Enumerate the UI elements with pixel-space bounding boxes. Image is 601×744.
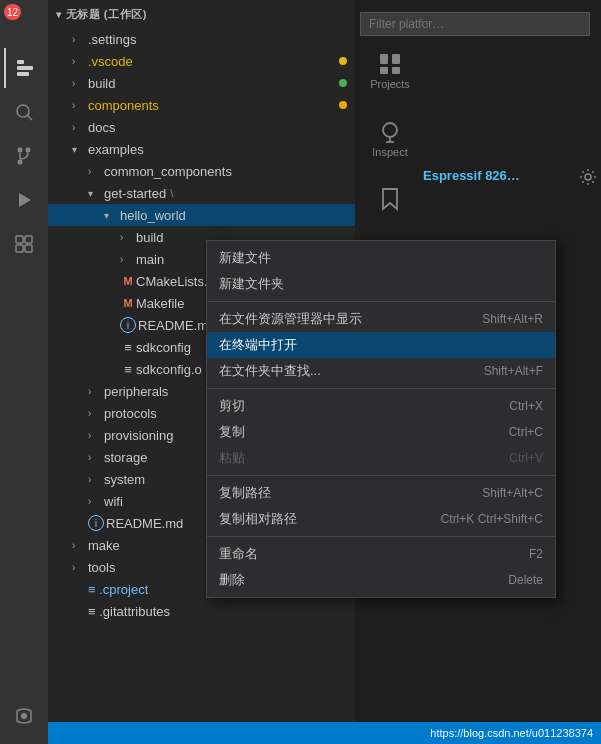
menu-label: 复制相对路径 [219, 510, 297, 528]
activity-espressif[interactable] [4, 696, 44, 736]
svg-rect-11 [16, 245, 23, 252]
arrow-icon: › [72, 122, 88, 133]
menu-item-new-folder[interactable]: 新建文件夹 [207, 271, 555, 297]
item-label: build [136, 230, 163, 245]
bookmark-icon [376, 185, 404, 213]
arrow-icon: › [88, 430, 104, 441]
menu-shortcut: Ctrl+K Ctrl+Shift+C [441, 512, 543, 526]
menu-separator-3 [207, 475, 555, 476]
menu-shortcut: Ctrl+C [509, 425, 543, 439]
menu-item-new-file[interactable]: 新建文件 [207, 245, 555, 271]
menu-label: 在文件夹中查找... [219, 362, 321, 380]
menu-item-open-terminal[interactable]: 在终端中打开 [207, 332, 555, 358]
workspace-header: ▾ 无标题 (工作区) [48, 0, 355, 28]
menu-label: 复制 [219, 423, 245, 441]
menu-shortcut: Ctrl+X [509, 399, 543, 413]
svg-point-6 [26, 148, 31, 153]
menu-label: 删除 [219, 571, 245, 589]
svg-rect-1 [17, 66, 33, 70]
tree-item-get-started[interactable]: ▾ get-started \ [48, 182, 355, 204]
svg-point-21 [585, 174, 591, 180]
tree-item-settings[interactable]: › .settings [48, 28, 355, 50]
item-label: CMakeLists. [136, 274, 208, 289]
status-dot [339, 79, 347, 87]
inspect-icon [376, 118, 404, 146]
status-dot [339, 57, 347, 65]
tree-item-common-components[interactable]: › common_components [48, 160, 355, 182]
item-label: README.md [106, 516, 183, 531]
activity-run[interactable] [4, 180, 44, 220]
item-label: ≡ .cproject [88, 582, 148, 597]
tree-item-build[interactable]: › build [48, 72, 355, 94]
svg-point-18 [383, 123, 397, 137]
item-label: common_components [104, 164, 232, 179]
arrow-icon: › [72, 562, 88, 573]
menu-shortcut: Ctrl+V [509, 451, 543, 465]
tree-item-vscode[interactable]: › .vscode [48, 50, 355, 72]
item-label: wifi [104, 494, 123, 509]
status-url: https://blog.csdn.net/u011238374 [430, 727, 593, 739]
tree-item-components[interactable]: › components [48, 94, 355, 116]
menu-item-copy[interactable]: 复制 Ctrl+C [207, 419, 555, 445]
svg-point-7 [18, 160, 23, 165]
info-icon: i [120, 317, 136, 333]
menu-item-cut[interactable]: 剪切 Ctrl+X [207, 393, 555, 419]
activity-extensions[interactable] [4, 224, 44, 264]
menu-item-delete[interactable]: 删除 Delete [207, 567, 555, 593]
gear-icon [579, 168, 597, 186]
menu-shortcut: Shift+Alt+F [484, 364, 543, 378]
projects-icon [376, 50, 404, 78]
item-label: get-started [104, 186, 166, 201]
menu-item-find-in-folder[interactable]: 在文件夹中查找... Shift+Alt+F [207, 358, 555, 384]
menu-label: 复制路径 [219, 484, 271, 502]
status-dot [339, 101, 347, 109]
file-icon: M [120, 297, 136, 309]
arrow-icon: › [72, 78, 88, 89]
svg-rect-12 [25, 245, 32, 252]
tree-item-examples[interactable]: ▾ examples [48, 138, 355, 160]
settings-gear-button[interactable] [579, 168, 597, 189]
activity-bar: 12 [0, 0, 48, 744]
item-label: provisioning [104, 428, 173, 443]
item-label: tools [88, 560, 115, 575]
svg-rect-2 [17, 72, 29, 76]
svg-point-3 [17, 105, 29, 117]
filter-platform-input[interactable] [360, 12, 590, 36]
inspect-button[interactable]: Inspect [360, 118, 420, 158]
svg-rect-14 [380, 54, 388, 64]
tree-item-hello-world[interactable]: ▾ hello_world [48, 204, 355, 226]
arrow-icon: › [88, 408, 104, 419]
bookmark-button[interactable] [360, 185, 420, 213]
svg-rect-17 [392, 67, 400, 74]
menu-item-rename[interactable]: 重命名 F2 [207, 541, 555, 567]
tree-item-gitattributes[interactable]: ≡ .gitattributes [48, 600, 355, 622]
notification-badge: 12 [4, 4, 21, 20]
item-label: protocols [104, 406, 157, 421]
menu-item-copy-relative-path[interactable]: 复制相对路径 Ctrl+K Ctrl+Shift+C [207, 506, 555, 532]
projects-label: Projects [370, 78, 410, 90]
arrow-icon: ▾ [88, 188, 104, 199]
svg-rect-10 [25, 236, 32, 243]
menu-label: 剪切 [219, 397, 245, 415]
svg-rect-0 [17, 60, 24, 64]
item-label: components [88, 98, 159, 113]
activity-search[interactable] [4, 92, 44, 132]
file-icon: ≡ [120, 362, 136, 377]
activity-explorer[interactable] [4, 48, 44, 88]
tree-item-docs[interactable]: › docs [48, 116, 355, 138]
projects-button[interactable]: Projects [360, 50, 420, 90]
menu-item-paste[interactable]: 粘贴 Ctrl+V [207, 445, 555, 471]
arrow-icon: › [120, 232, 136, 243]
menu-item-reveal-explorer[interactable]: 在文件资源管理器中显示 Shift+Alt+R [207, 306, 555, 332]
menu-label: 在文件资源管理器中显示 [219, 310, 362, 328]
svg-line-4 [28, 116, 33, 121]
item-label: main [136, 252, 164, 267]
activity-git[interactable] [4, 136, 44, 176]
menu-item-copy-path[interactable]: 复制路径 Shift+Alt+C [207, 480, 555, 506]
item-label: sdkconfig [136, 340, 191, 355]
item-label: make [88, 538, 120, 553]
arrow-icon: › [72, 100, 88, 111]
arrow-icon: ▾ [72, 144, 88, 155]
menu-label: 在终端中打开 [219, 336, 297, 354]
arrow-icon: ▾ [104, 210, 120, 221]
